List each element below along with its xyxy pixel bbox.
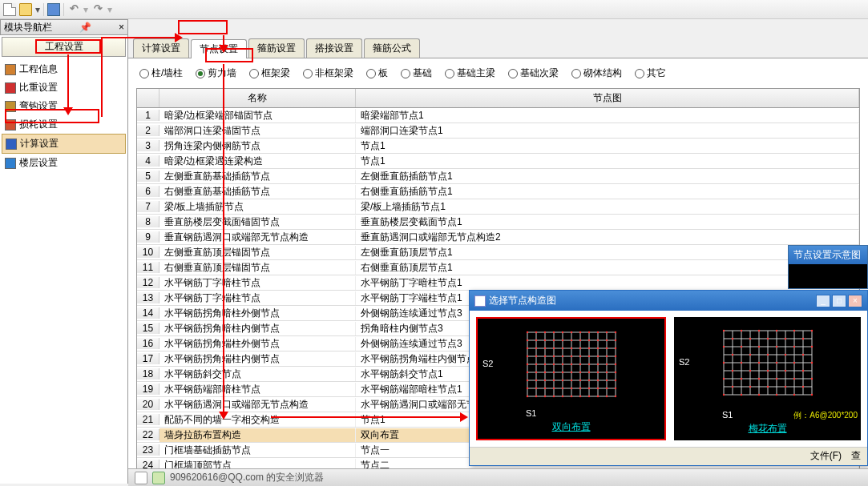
sidebar-item-1[interactable]: 比重设置: [2, 78, 126, 97]
radio-5[interactable]: 基础: [401, 66, 432, 80]
row-name: 端部洞口连梁锚固节点: [159, 124, 356, 138]
sidebar-group[interactable]: 工程设置: [2, 37, 126, 57]
svg-point-51: [552, 363, 554, 365]
option-label[interactable]: 梅花布置: [749, 422, 787, 436]
sidebar-icon: [5, 64, 16, 75]
row-name: 墙身拉筋布置构造: [159, 428, 356, 442]
row-num: 11: [137, 262, 159, 273]
table-row[interactable]: 4暗梁/边框梁遇连梁构造节点1: [137, 154, 859, 169]
sidebar-item-4[interactable]: 计算设置: [2, 134, 126, 154]
radio-3[interactable]: 非框架梁: [303, 66, 353, 80]
minimize-button[interactable]: _: [816, 295, 830, 307]
taskbar-item[interactable]: 909620616@QQ.com 的安全浏览器: [170, 471, 324, 484]
save-icon[interactable]: [47, 3, 60, 16]
option-card-0[interactable]: S2 S1 双向布置: [476, 317, 666, 440]
svg-point-83: [587, 331, 589, 333]
svg-point-159: [757, 362, 759, 363]
svg-point-188: [810, 394, 812, 396]
radio-7[interactable]: 基础次梁: [508, 66, 559, 80]
radio-2[interactable]: 框架梁: [249, 66, 290, 80]
status-file[interactable]: 文件(F): [810, 449, 842, 463]
close-button[interactable]: ×: [848, 295, 862, 307]
nav-header: 模块导航栏 📌 ×: [0, 19, 128, 35]
svg-point-185: [810, 346, 812, 347]
svg-point-31: [535, 347, 536, 349]
table-row[interactable]: 2端部洞口连梁锚固节点端部洞口连梁节点1: [137, 123, 859, 139]
tab-2[interactable]: 箍筋设置: [248, 38, 305, 58]
svg-point-116: [614, 380, 616, 381]
svg-point-143: [722, 394, 724, 396]
svg-point-141: [722, 362, 724, 363]
svg-point-54: [552, 388, 554, 389]
row-num: 7: [137, 201, 159, 212]
svg-point-61: [561, 372, 563, 373]
table-row[interactable]: 6右侧垂直筋基础插筋节点右侧垂直筋插筋节点1: [137, 184, 859, 199]
radio-4[interactable]: 板: [366, 66, 388, 80]
option-label[interactable]: 双向布置: [552, 420, 591, 434]
tab-4[interactable]: 箍筋公式: [364, 38, 420, 58]
sidebar-item-3[interactable]: 损耗设置: [2, 115, 126, 134]
svg-point-114: [614, 363, 616, 365]
svg-point-74: [579, 331, 580, 333]
sidebar-item-5[interactable]: 楼层设置: [2, 154, 126, 172]
svg-point-165: [766, 386, 768, 388]
new-icon[interactable]: [3, 3, 16, 16]
svg-point-102: [605, 339, 607, 341]
svg-point-177: [793, 362, 794, 363]
radio-icon: [635, 69, 644, 78]
sidebar-icon: [5, 158, 16, 169]
row-node: 水平钢筋丁字暗柱节点1: [356, 276, 859, 290]
table-row[interactable]: 3拐角连梁内侧钢筋节点节点1: [137, 139, 859, 154]
dialog-titlebar[interactable]: 选择节点构造图 _ □ ×: [470, 291, 867, 311]
row-node: 右侧垂直筋顶层节点1: [356, 261, 859, 275]
svg-point-48: [552, 339, 554, 341]
table-row[interactable]: 10左侧垂直筋顶层锚固节点左侧垂直筋顶层节点1: [137, 245, 859, 260]
sidebar-icon: [5, 101, 16, 112]
radio-8[interactable]: 砌体结构: [571, 66, 622, 80]
table-row[interactable]: 9垂直钢筋遇洞口或端部无节点构造垂直筋遇洞口或端部无节点构造2: [137, 230, 859, 245]
table-row[interactable]: 11右侧垂直筋顶层锚固节点右侧垂直筋顶层节点1: [137, 260, 859, 275]
table-row[interactable]: 1暗梁/边框梁端部锚固节点暗梁端部节点1: [137, 108, 859, 123]
undo-icon[interactable]: ↶: [67, 3, 80, 16]
radio-0[interactable]: 柱/墙柱: [139, 66, 183, 80]
maximize-button[interactable]: □: [832, 295, 846, 307]
svg-point-106: [605, 372, 607, 373]
svg-point-30: [535, 339, 536, 341]
redo-icon[interactable]: ↷: [91, 3, 104, 16]
svg-point-59: [561, 355, 563, 357]
row-name: 垂直筋楼层变截面锚固节点: [159, 215, 356, 229]
close-nav-icon[interactable]: ×: [119, 22, 124, 33]
table-row[interactable]: 12水平钢筋丁字暗柱节点水平钢筋丁字暗柱节点1: [137, 275, 859, 291]
taskbar-icon-2[interactable]: [152, 472, 165, 484]
svg-point-60: [561, 363, 563, 365]
radio-1[interactable]: 剪力墙: [196, 66, 236, 80]
status-find[interactable]: 查: [851, 449, 861, 463]
radio-icon: [139, 69, 149, 78]
svg-point-87: [587, 363, 589, 365]
table-row[interactable]: 5左侧垂直筋基础插筋节点左侧垂直筋插筋节点1: [137, 169, 859, 184]
row-name: 左侧垂直筋基础插筋节点: [159, 170, 356, 183]
table-row[interactable]: 8垂直筋楼层变截面锚固节点垂直筋楼层变截面节点1: [137, 215, 859, 230]
svg-point-33: [535, 363, 536, 365]
svg-point-148: [740, 330, 741, 331]
preview-panel: 节点设置示意图: [788, 245, 868, 289]
svg-point-97: [596, 372, 598, 373]
table-row[interactable]: 7梁/板上墙插筋节点梁/板上墙插筋节点1: [137, 199, 859, 215]
svg-point-168: [775, 362, 777, 363]
tab-3[interactable]: 搭接设置: [306, 38, 362, 58]
tab-1[interactable]: 节点设置: [191, 39, 247, 58]
svg-point-47: [552, 331, 554, 333]
sidebar-item-2[interactable]: 弯钩设置: [2, 97, 126, 115]
tab-0[interactable]: 计算设置: [133, 38, 189, 58]
option-card-1[interactable]: S2 S1 例：A6@200*200 梅花布置: [674, 317, 861, 440]
radio-6[interactable]: 基础主梁: [445, 66, 495, 80]
svg-point-82: [579, 396, 580, 397]
sidebar-item-0[interactable]: 工程信息: [2, 60, 126, 78]
open-icon[interactable]: [19, 3, 32, 16]
radio-9[interactable]: 其它: [635, 66, 666, 80]
svg-point-169: [775, 378, 777, 380]
svg-point-86: [587, 355, 589, 357]
preview-body: [789, 264, 867, 288]
taskbar-icon[interactable]: [135, 472, 147, 484]
pin-icon[interactable]: 📌: [79, 22, 91, 33]
